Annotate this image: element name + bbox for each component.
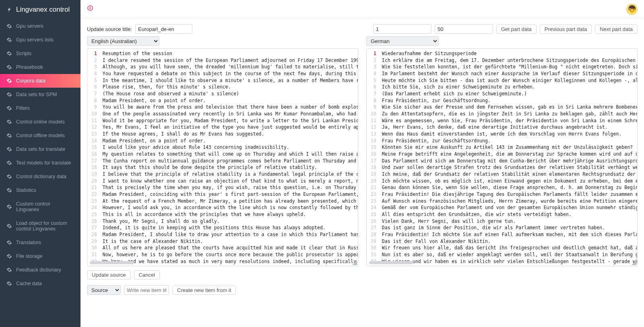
brand: Lingvanex control	[0, 0, 80, 19]
sidebar-item-gpu-servers-lists[interactable]: Gpu servers lists	[0, 33, 80, 47]
new-item-title-input[interactable]	[124, 285, 169, 295]
sidebar-item-label: Filters	[16, 105, 30, 111]
target-editor[interactable]: 1234567891011121314151617181920212223242…	[366, 48, 638, 266]
update-source-button[interactable]: Update source	[87, 270, 131, 280]
sidebar-item-label: Corpora data	[16, 78, 45, 84]
sidebar: Lingvanex control Gpu serversGpu servers…	[0, 0, 80, 327]
content: Update source title: English (Australian…	[80, 19, 644, 327]
sidebar-item-label: Cache data	[16, 281, 42, 286]
sidebar-item-label: Gpu servers lists	[16, 37, 54, 43]
sidebar-item-label: Control online models	[16, 119, 65, 125]
sidebar-item-label: Gpu servers	[16, 23, 43, 29]
sidebar-item-test-models-for-translate[interactable]: Test models for translate	[0, 156, 80, 170]
source-editor[interactable]: 1234567891011121314151617181920212223242…	[87, 48, 358, 266]
sidebar-item-control-online-models[interactable]: Control online models	[0, 115, 80, 129]
sidebar-item-phrasebook[interactable]: Phrasebook	[0, 60, 80, 74]
sidebar-item-file-storage[interactable]: File storage	[0, 249, 80, 263]
next-part-button[interactable]: Next part data	[595, 25, 638, 34]
brand-icon	[6, 6, 13, 13]
sidebar-item-custom-control-lingvanex[interactable]: Custom control Lingvanex	[0, 197, 80, 216]
sidebar-item-label: Control offline models	[16, 133, 65, 138]
collapse-sidebar-button[interactable]	[87, 5, 93, 13]
create-item-button[interactable]: Create new item from it	[172, 286, 236, 295]
source-title-label: Update source title:	[87, 26, 132, 32]
get-part-data-button[interactable]: Get part data	[496, 25, 537, 34]
sidebar-item-gpu-servers[interactable]: Gpu servers	[0, 19, 80, 33]
sidebar-item-label: Feedback dictionary	[16, 267, 61, 273]
sidebar-item-label: Scripts	[16, 51, 31, 56]
main: 👦 Update source title: English (Australi…	[80, 0, 644, 327]
part-from-input[interactable]	[373, 24, 431, 34]
sidebar-item-statistics[interactable]: Statistics	[0, 183, 80, 197]
sidebar-item-label: Test models for translate	[16, 160, 71, 166]
target-language-select[interactable]: German	[366, 36, 439, 46]
sidebar-item-filters[interactable]: Filters	[0, 101, 80, 115]
sidebar-item-data-sets-for-spm[interactable]: Data sets for SPM	[0, 88, 80, 101]
target-column: Get part data Previous part data Next pa…	[366, 24, 638, 266]
sidebar-item-label: Translators	[16, 240, 41, 245]
sidebar-item-cache-data[interactable]: Cache data	[0, 277, 80, 290]
sidebar-item-label: Data sets for SPM	[16, 92, 57, 97]
sidebar-item-label: Custom control Lingvanex	[16, 201, 74, 212]
source-column: Update source title: English (Australian…	[87, 24, 358, 297]
sidebar-item-label: Control dictionary data	[16, 174, 66, 179]
sidebar-item-translators[interactable]: Translators	[0, 236, 80, 249]
source-title-input[interactable]	[135, 24, 192, 34]
sidebar-item-corpora-data[interactable]: Corpora data	[0, 74, 80, 88]
item-type-select[interactable]: Source	[87, 285, 121, 295]
sidebar-item-data-sets-for-translate[interactable]: Data sets for translate	[0, 142, 80, 156]
svg-point-0	[88, 6, 93, 10]
source-language-select[interactable]: English (Australian)	[87, 36, 159, 46]
sidebar-item-label: Statistics	[16, 187, 36, 193]
sidebar-item-label: Data sets for translate	[16, 146, 65, 152]
sidebar-item-control-dictionary-data[interactable]: Control dictionary data	[0, 170, 80, 183]
previous-part-button[interactable]: Previous part data	[540, 25, 592, 34]
sidebar-item-control-offline-models[interactable]: Control offline models	[0, 129, 80, 142]
nav: Gpu serversGpu servers listsScriptsPhras…	[0, 19, 80, 327]
sidebar-item-load-object-for-custom-control-lingvanex[interactable]: Load object for custom control Lingvanex	[0, 216, 80, 236]
user-avatar[interactable]: 👦	[626, 4, 638, 15]
sidebar-item-label: Phrasebook	[16, 64, 43, 70]
sidebar-item-scripts[interactable]: Scripts	[0, 47, 80, 60]
sidebar-item-label: File storage	[16, 253, 42, 259]
cancel-button[interactable]: Cancel	[134, 270, 160, 280]
topbar: 👦	[80, 0, 644, 19]
sidebar-item-feedback-dictionary[interactable]: Feedback dictionary	[0, 263, 80, 277]
sidebar-item-label: Load object for custom control Lingvanex	[16, 220, 74, 232]
part-to-input[interactable]	[435, 24, 493, 34]
brand-title: Lingvanex control	[16, 6, 70, 14]
